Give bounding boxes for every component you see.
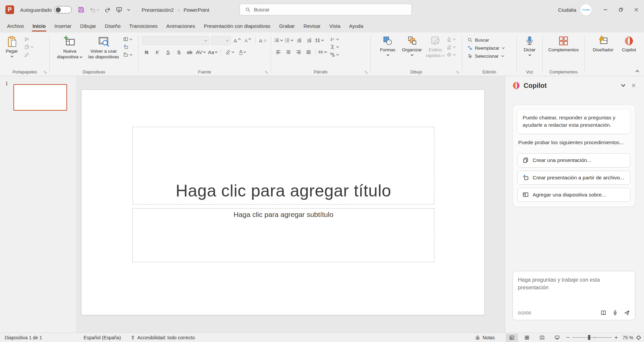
slide-canvas[interactable]: Haga clic para agregar título Haga clic … (81, 90, 485, 315)
find-button[interactable]: Buscar (467, 37, 505, 43)
zoom-in-button[interactable]: + (614, 334, 618, 341)
align-text-button[interactable] (330, 44, 339, 50)
collapse-ribbon-button[interactable] (635, 69, 639, 73)
dictate-button[interactable]: Dictar (520, 33, 540, 56)
tab-transiciones[interactable]: Transiciones (125, 19, 162, 33)
align-center-button[interactable] (284, 48, 293, 56)
tab-grabar[interactable]: Grabar (275, 19, 299, 33)
font-color-button[interactable]: A (238, 48, 248, 56)
tab-diseno[interactable]: Diseño (101, 19, 125, 33)
font-dialog-launcher[interactable] (265, 70, 269, 74)
character-spacing-button[interactable]: AV (196, 48, 206, 56)
voice-input-button[interactable] (612, 310, 618, 316)
customize-toolbar-chevron-icon[interactable] (127, 9, 130, 11)
notes-button[interactable]: Notas (470, 335, 503, 340)
zoom-slider[interactable] (572, 337, 612, 338)
drawing-dialog-launcher[interactable] (456, 70, 460, 74)
arrange-button[interactable]: Organizar (399, 33, 424, 56)
quick-styles-button[interactable]: Estilos rápidos (425, 33, 446, 59)
copilot-collapse-button[interactable] (620, 82, 627, 89)
reuse-slides-button[interactable]: Volver a usar las diapositivas (86, 33, 121, 60)
redo-button[interactable] (104, 6, 111, 13)
shape-fill-button[interactable] (446, 37, 456, 42)
numbering-button[interactable] (284, 36, 293, 44)
columns-button[interactable] (318, 48, 327, 56)
justify-button[interactable] (304, 48, 313, 56)
normal-view-button[interactable] (506, 334, 518, 342)
font-name-select[interactable] (142, 36, 209, 45)
undo-button[interactable] (89, 6, 100, 13)
prompt-guide-button[interactable] (600, 310, 606, 316)
select-button[interactable]: Seleccionar (467, 53, 505, 59)
designer-button[interactable]: Diseñador (589, 33, 617, 53)
send-button[interactable] (624, 310, 630, 316)
copy-button[interactable] (24, 44, 34, 50)
subtitle-placeholder[interactable]: Haga clic para agregar subtítulo (132, 208, 434, 262)
start-slideshow-button[interactable] (116, 6, 122, 13)
font-size-select[interactable] (211, 36, 231, 45)
format-painter-button[interactable] (24, 52, 34, 57)
slideshow-view-button[interactable] (551, 334, 563, 342)
avatar[interactable]: Ciudalia (580, 4, 592, 15)
bold-button[interactable]: N (142, 48, 151, 56)
restore-button[interactable] (613, 0, 629, 19)
new-slide-button[interactable]: Nueva diapositiva (55, 33, 84, 60)
suggestion-create-from-file[interactable]: Crear presentación a partir de archivo..… (518, 171, 630, 185)
shape-effects-button[interactable] (446, 52, 456, 57)
shapes-button[interactable]: Formas (377, 33, 399, 56)
autosave-toggle[interactable] (54, 6, 72, 13)
bullets-button[interactable] (274, 36, 283, 44)
sections-button[interactable] (123, 52, 132, 57)
copilot-close-button[interactable] (630, 82, 637, 89)
decrease-font-size-button[interactable]: A (244, 37, 252, 45)
zoom-slider-thumb[interactable] (588, 335, 590, 340)
change-case-button[interactable]: Aa (208, 48, 218, 56)
zoom-level[interactable]: 75 % (621, 335, 633, 340)
replace-button[interactable]: Reemplazar (467, 45, 505, 51)
tab-dibujar[interactable]: Dibujar (76, 19, 101, 33)
convert-to-smartart-button[interactable] (330, 52, 339, 57)
shape-outline-button[interactable] (446, 44, 456, 50)
slide-sorter-view-button[interactable] (521, 334, 533, 342)
text-shadow-button[interactable]: S (174, 48, 183, 56)
align-right-button[interactable] (294, 48, 303, 56)
line-spacing-button[interactable] (315, 36, 324, 44)
highlight-color-button[interactable] (224, 48, 236, 56)
tab-archivo[interactable]: Archivo (3, 19, 28, 33)
accessibility-indicator[interactable]: Accesibilidad: todo correcto (126, 335, 200, 340)
minimize-button[interactable] (598, 0, 613, 19)
tab-presentacion-con-diapositivas[interactable]: Presentación con diapositivas (200, 19, 275, 33)
powerpoint-logo-icon[interactable]: P (5, 5, 14, 14)
increase-indent-button[interactable] (305, 36, 314, 44)
decrease-indent-button[interactable] (295, 36, 304, 44)
tab-insertar[interactable]: Insertar (50, 19, 76, 33)
align-left-button[interactable] (274, 48, 283, 56)
copilot-input[interactable]: Haga preguntas y trabaje con esta presen… (513, 271, 635, 320)
tab-animaciones[interactable]: Animaciones (162, 19, 200, 33)
title-placeholder[interactable]: Haga clic para agregar título (132, 127, 434, 205)
tab-vista[interactable]: Vista (325, 19, 345, 33)
strikethrough-button[interactable]: ab (185, 48, 194, 56)
slide-layout-button[interactable] (123, 37, 132, 42)
close-button[interactable] (629, 0, 644, 19)
slide-thumbnail[interactable] (13, 84, 67, 111)
addins-button[interactable]: Complementos (545, 33, 582, 53)
paragraph-dialog-launcher[interactable] (364, 70, 368, 74)
fit-slide-button[interactable] (636, 335, 641, 340)
reading-view-button[interactable] (536, 334, 548, 342)
reset-slide-button[interactable] (123, 44, 132, 50)
clear-formatting-button[interactable]: A (259, 37, 267, 45)
paste-button[interactable]: Pegar (1, 33, 22, 58)
suggestion-add-slide[interactable]: Agregar una diapositiva sobre... (518, 188, 630, 202)
cut-button[interactable] (24, 37, 34, 42)
tab-ayuda[interactable]: Ayuda (345, 19, 368, 33)
zoom-out-button[interactable]: − (566, 334, 570, 341)
tab-revisar[interactable]: Revisar (299, 19, 325, 33)
save-button[interactable] (78, 6, 85, 13)
suggestion-create-presentation[interactable]: Crear una presentación... (518, 153, 630, 167)
copilot-button[interactable]: Copilot (619, 33, 639, 53)
tab-inicio[interactable]: Inicio (28, 19, 50, 33)
underline-button[interactable]: S (164, 48, 172, 56)
clipboard-dialog-launcher[interactable] (43, 70, 47, 74)
search-input[interactable]: Buscar (239, 4, 412, 15)
